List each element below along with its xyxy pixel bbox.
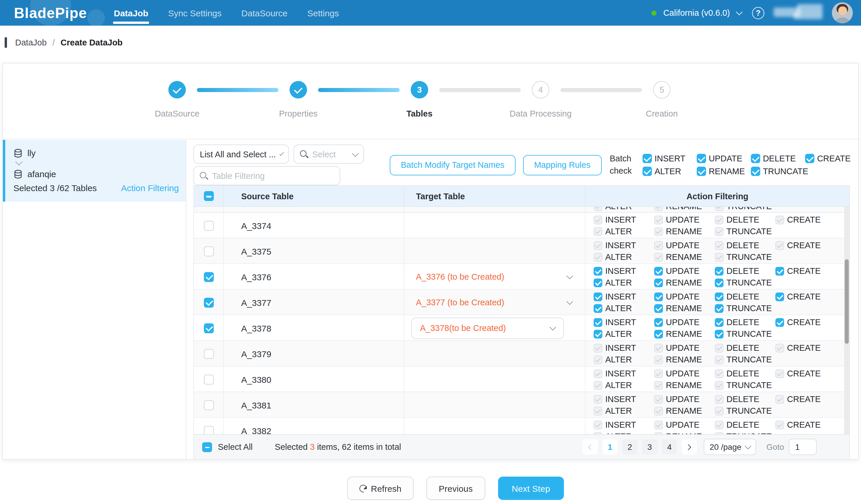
select-all-checkbox[interactable] [202, 442, 212, 452]
page-button-1[interactable]: 1 [602, 439, 617, 454]
previous-button[interactable]: Previous [426, 477, 485, 500]
next-page-button[interactable] [682, 439, 697, 454]
checkbox[interactable] [715, 278, 724, 287]
page-size-select[interactable]: 20 /page [704, 439, 756, 455]
row-action-truncate[interactable]: TRUNCATE [715, 329, 772, 339]
checkbox[interactable] [593, 318, 602, 327]
checkbox[interactable] [593, 292, 602, 301]
nav-item-datasource[interactable]: DataSource [242, 0, 287, 26]
row-checkbox[interactable] [204, 426, 214, 434]
row-action-alter[interactable]: ALTER [593, 329, 654, 339]
checkbox[interactable] [654, 318, 663, 327]
checkbox[interactable] [696, 167, 706, 176]
row-checkbox[interactable] [204, 272, 214, 282]
row-action-delete[interactable]: DELETE [715, 317, 775, 327]
checkbox[interactable] [775, 267, 784, 275]
row-action-delete[interactable]: DELETE [715, 292, 775, 301]
row-action-create[interactable]: CREATE [775, 292, 821, 301]
row-action-delete[interactable]: DELETE [715, 266, 775, 276]
row-action-update[interactable]: UPDATE [654, 317, 715, 327]
checkbox[interactable] [654, 329, 663, 338]
chevron-down-icon[interactable] [736, 9, 743, 15]
row-checkbox[interactable] [204, 323, 214, 333]
checkbox[interactable] [775, 292, 784, 301]
action-filtering-link[interactable]: Action Filtering [121, 183, 179, 193]
checkbox[interactable] [593, 278, 602, 287]
row-checkbox[interactable] [204, 298, 214, 307]
batch-action-delete[interactable]: DELETE [751, 154, 805, 163]
checkbox[interactable] [642, 154, 652, 163]
page-button-3[interactable]: 3 [642, 439, 657, 454]
avatar[interactable] [832, 2, 853, 23]
row-action-insert[interactable]: INSERT [593, 266, 654, 276]
checkbox[interactable] [593, 267, 602, 275]
nav-item-settings[interactable]: Settings [307, 0, 339, 26]
row-action-create[interactable]: CREATE [775, 317, 821, 327]
list-mode-select[interactable]: List All and Select ... [193, 145, 289, 164]
checkbox[interactable] [751, 154, 760, 163]
row-action-alter[interactable]: ALTER [593, 303, 654, 313]
batch-action-update[interactable]: UPDATE [696, 154, 751, 163]
batch-action-rename[interactable]: RENAME [696, 167, 751, 176]
row-action-insert[interactable]: INSERT [593, 292, 654, 301]
batch-action-truncate[interactable]: TRUNCATE [751, 167, 808, 176]
column-select[interactable]: Select [293, 145, 364, 164]
checkbox[interactable] [715, 318, 724, 327]
table-scrollbar-thumb[interactable] [845, 259, 849, 344]
help-icon[interactable] [752, 7, 764, 19]
row-checkbox[interactable] [204, 246, 214, 256]
row-action-rename[interactable]: RENAME [654, 278, 715, 287]
checkbox[interactable] [696, 154, 706, 163]
page-button-4[interactable]: 4 [662, 439, 677, 454]
refresh-button[interactable]: Refresh [347, 477, 414, 500]
row-action-truncate[interactable]: TRUNCATE [715, 278, 772, 287]
env-label[interactable]: California (v0.6.0) [663, 8, 730, 17]
checkbox[interactable] [751, 167, 760, 176]
nav-item-datajob[interactable]: DataJob [114, 0, 148, 26]
checkbox[interactable] [654, 278, 663, 287]
breadcrumb-section[interactable]: DataJob [15, 38, 46, 47]
next-step-button[interactable]: Next Step [498, 477, 564, 500]
checkbox[interactable] [805, 154, 814, 163]
prev-page-button[interactable] [583, 439, 598, 454]
goto-page-input[interactable] [789, 439, 817, 455]
checkbox[interactable] [593, 329, 602, 338]
target-table-select[interactable]: A_3376 (to be Created) [404, 272, 585, 282]
checkbox[interactable] [715, 292, 724, 301]
mapping-rules-button[interactable]: Mapping Rules [523, 155, 601, 175]
checkbox[interactable] [775, 318, 784, 327]
row-checkbox[interactable] [204, 349, 214, 359]
table-filter-input[interactable] [212, 171, 334, 180]
checkbox[interactable] [654, 304, 663, 313]
batch-action-insert[interactable]: INSERT [642, 154, 696, 163]
row-action-rename[interactable]: RENAME [654, 303, 715, 313]
schema-pair-item[interactable]: lly afanqie Selected 3 /62 Tables Acti [3, 140, 186, 202]
row-action-update[interactable]: UPDATE [654, 266, 715, 276]
row-action-insert[interactable]: INSERT [593, 317, 654, 327]
row-action-truncate[interactable]: TRUNCATE [715, 303, 772, 313]
row-checkbox[interactable] [204, 220, 214, 230]
target-db-name: afanqie [27, 169, 56, 179]
row-action-alter[interactable]: ALTER [593, 278, 654, 287]
checkbox[interactable] [715, 304, 724, 313]
nav-item-sync-settings[interactable]: Sync Settings [168, 0, 221, 26]
select-page-checkbox[interactable] [204, 191, 214, 201]
checkbox[interactable] [715, 267, 724, 275]
checkbox[interactable] [654, 267, 663, 275]
row-checkbox[interactable] [204, 400, 214, 410]
batch-action-alter[interactable]: ALTER [642, 167, 696, 176]
target-table-select[interactable]: A_3377 (to be Created) [404, 298, 585, 307]
page-button-2[interactable]: 2 [622, 439, 637, 454]
checkbox[interactable] [593, 304, 602, 313]
row-action-update: UPDATE [654, 241, 715, 250]
target-table-select[interactable]: A_3378(to be Created) [411, 317, 564, 339]
row-checkbox[interactable] [204, 374, 214, 384]
row-action-update[interactable]: UPDATE [654, 292, 715, 301]
checkbox[interactable] [642, 167, 652, 176]
checkbox[interactable] [715, 329, 724, 338]
batch-modify-target-names-button[interactable]: Batch Modify Target Names [390, 155, 516, 175]
row-action-rename[interactable]: RENAME [654, 329, 715, 339]
row-action-create[interactable]: CREATE [775, 266, 821, 276]
checkbox[interactable] [654, 292, 663, 301]
batch-action-create[interactable]: CREATE [805, 154, 851, 163]
